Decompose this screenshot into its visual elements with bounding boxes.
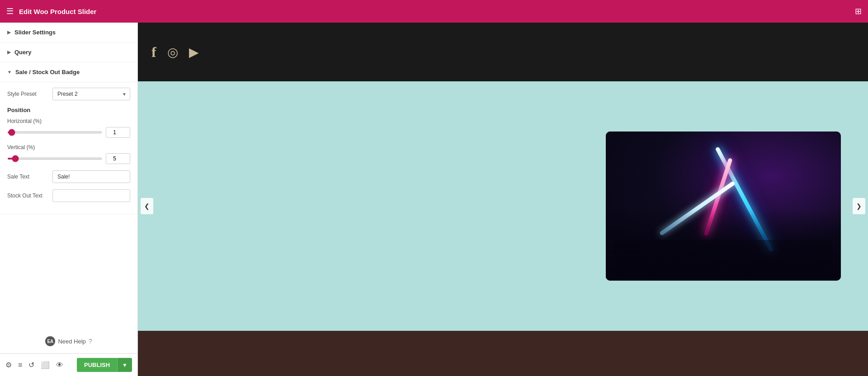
vertical-label: Vertical (%) [7, 144, 130, 150]
sale-text-label: Sale Text [7, 174, 52, 180]
sidebar-item-slider-settings[interactable]: ▶ Slider Settings [0, 23, 137, 42]
settings-icon[interactable]: ⚙ [5, 361, 12, 369]
sidebar: ▶ Slider Settings ▶ Query ▼ Sale / Stock… [0, 23, 138, 376]
ea-badge: EA [45, 336, 55, 346]
horizontal-slider-control [7, 127, 130, 138]
position-label: Position [7, 107, 130, 113]
top-bar: ☰ Edit Woo Product Slider ⊞ [0, 0, 868, 23]
sale-text-control [52, 170, 130, 183]
style-preset-row: Style Preset Preset 1 Preset 2 Preset 3 … [7, 88, 130, 100]
sidebar-spacer [0, 214, 137, 329]
sidebar-item-sale-badge[interactable]: ▼ Sale / Stock Out Badge [0, 62, 137, 82]
page-title: Edit Woo Product Slider [19, 8, 849, 15]
sale-badge-label: Sale / Stock Out Badge [15, 69, 80, 75]
stock-out-text-control [52, 189, 130, 202]
horizontal-range-input[interactable] [7, 132, 102, 133]
sidebar-item-query[interactable]: ▶ Query [0, 42, 137, 62]
chevron-right-icon: ▶ [7, 30, 11, 35]
next-slide-button[interactable]: ❯ [853, 198, 865, 214]
query-label: Query [14, 49, 32, 56]
prev-slide-button[interactable]: ❮ [141, 198, 153, 214]
need-help-label: Need Help [58, 338, 85, 345]
instagram-icon[interactable]: ◎ [167, 45, 178, 60]
stock-out-text-input[interactable] [52, 189, 130, 202]
style-preset-control: Preset 1 Preset 2 Preset 3 ▼ [52, 88, 130, 100]
vertical-range-input[interactable] [7, 158, 102, 160]
sale-text-input[interactable] [52, 170, 130, 183]
sale-text-row: Sale Text [7, 170, 130, 183]
preview-bottom [138, 331, 868, 376]
preview-content: ❮ ❯ [138, 81, 868, 331]
bottom-toolbar: ⚙ ≡ ↺ ⬜ 👁 PUBLISH ▼ [0, 353, 137, 376]
vertical-slider-control [7, 153, 130, 164]
responsive-icon[interactable]: ⬜ [41, 361, 50, 369]
help-circle-icon: ? [89, 338, 92, 345]
horizontal-number-input[interactable] [106, 127, 130, 138]
chevron-right-icon-2: ▶ [7, 50, 11, 55]
publish-button[interactable]: PUBLISH [77, 358, 117, 372]
layers-icon[interactable]: ≡ [18, 361, 22, 369]
slider-settings-label: Slider Settings [14, 29, 56, 36]
product-image-card [606, 132, 841, 281]
chevron-down-icon: ▼ [7, 70, 12, 75]
grid-icon[interactable]: ⊞ [855, 6, 862, 16]
person-silhouette [615, 240, 832, 276]
stock-out-text-label: Stock Out Text [7, 193, 52, 199]
vertical-slider-row: Vertical (%) [7, 144, 130, 164]
hamburger-icon[interactable]: ☰ [6, 6, 14, 16]
main-layout: ▶ Slider Settings ▶ Query ▼ Sale / Stock… [0, 23, 868, 376]
horizontal-label: Horizontal (%) [7, 118, 130, 124]
preview-top-bar: f ◎ ▶ [138, 23, 868, 81]
style-preset-label: Style Preset [7, 91, 52, 97]
preview-area: f ◎ ▶ ❮ [138, 23, 868, 376]
publish-btn-group: PUBLISH ▼ [77, 358, 132, 372]
publish-dropdown-button[interactable]: ▼ [117, 358, 132, 372]
facebook-icon[interactable]: f [151, 44, 156, 61]
need-help-section[interactable]: EA Need Help ? [0, 329, 137, 353]
stock-out-text-row: Stock Out Text [7, 189, 130, 202]
badge-section-content: Style Preset Preset 1 Preset 2 Preset 3 … [0, 82, 137, 214]
horizontal-slider-row: Horizontal (%) [7, 118, 130, 138]
product-image [606, 132, 841, 281]
style-preset-select[interactable]: Preset 1 Preset 2 Preset 3 [52, 88, 130, 100]
history-icon[interactable]: ↺ [28, 361, 34, 369]
vertical-number-input[interactable] [106, 153, 130, 164]
eye-icon[interactable]: 👁 [56, 361, 63, 369]
youtube-icon[interactable]: ▶ [189, 45, 199, 60]
